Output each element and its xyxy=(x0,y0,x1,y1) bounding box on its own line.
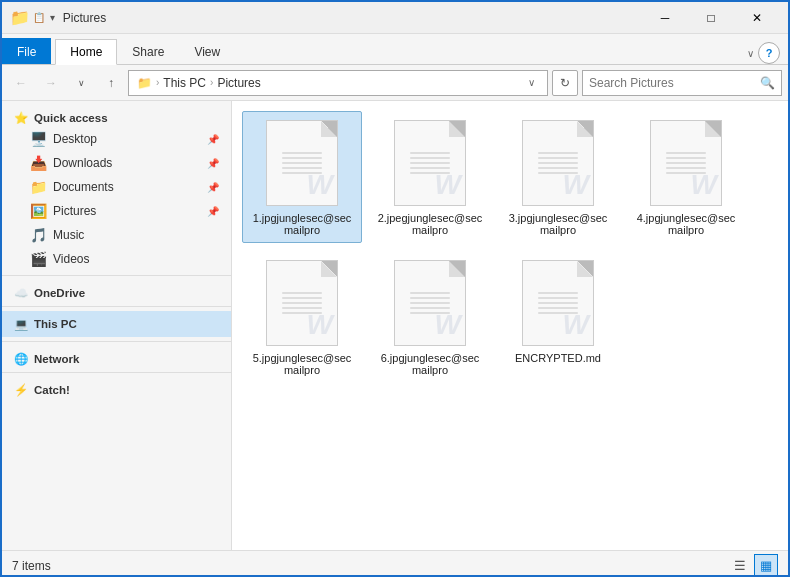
file-icon-wrapper: W xyxy=(390,118,470,208)
file-page: W xyxy=(266,260,338,346)
onedrive-icon: ☁️ xyxy=(14,286,28,300)
title-bar-controls: ─ □ ✕ xyxy=(642,2,780,34)
pin-icon-pictures: 📌 xyxy=(207,206,219,217)
quick-access-toolbar: 📋 ▾ xyxy=(33,12,55,23)
title-bar-title: Pictures xyxy=(63,11,642,25)
file-page-inner xyxy=(405,133,455,193)
file-page-inner xyxy=(405,273,455,333)
sidebar-item-videos[interactable]: 🎬 Videos xyxy=(2,247,231,271)
search-input[interactable] xyxy=(589,76,756,90)
file-item[interactable]: W 3.jpgjunglesec@secmailpro xyxy=(498,111,618,243)
ribbon: File Home Share View ∨ ? xyxy=(2,34,788,65)
file-item[interactable]: W 5.jpgjunglesec@secmailpro xyxy=(242,251,362,383)
file-page: W xyxy=(522,260,594,346)
file-page: W xyxy=(394,260,466,346)
file-page-inner xyxy=(533,133,583,193)
file-name: 1.jpgjunglesec@secmailpro xyxy=(249,212,355,236)
sidebar: ⭐ Quick access 🖥️ Desktop 📌 📥 Downloads … xyxy=(2,101,232,550)
pictures-icon: 🖼️ xyxy=(30,203,47,219)
sidebar-item-music[interactable]: 🎵 Music xyxy=(2,223,231,247)
file-item[interactable]: W ENCRYPTED.md xyxy=(498,251,618,383)
sidebar-divider-4 xyxy=(2,372,231,373)
file-page-fold xyxy=(449,121,465,137)
tab-view[interactable]: View xyxy=(179,38,235,64)
maximize-button[interactable]: □ xyxy=(688,2,734,34)
file-name: 4.jpgjunglesec@secmailpro xyxy=(633,212,739,236)
sidebar-item-documents[interactable]: 📁 Documents 📌 xyxy=(2,175,231,199)
search-icon[interactable]: 🔍 xyxy=(760,76,775,90)
path-pictures: Pictures xyxy=(217,76,260,90)
up-button[interactable]: ↑ xyxy=(98,70,124,96)
file-item[interactable]: W 1.jpgjunglesec@secmailpro xyxy=(242,111,362,243)
recent-locations-button[interactable]: ∨ xyxy=(68,70,94,96)
sidebar-item-pictures[interactable]: 🖼️ Pictures 📌 xyxy=(2,199,231,223)
desktop-icon: 🖥️ xyxy=(30,131,47,147)
sidebar-item-downloads[interactable]: 📥 Downloads 📌 xyxy=(2,151,231,175)
documents-icon: 📁 xyxy=(30,179,47,195)
path-dropdown-icon[interactable]: ∨ xyxy=(524,77,539,88)
sidebar-section-catch[interactable]: ⚡ Catch! xyxy=(2,377,231,399)
file-icon-wrapper: W xyxy=(518,258,598,348)
quick-access-icon: ⭐ xyxy=(14,111,28,125)
status-bar: 7 items ☰ ▦ xyxy=(2,550,788,577)
file-name: 2.jpegjunglesec@secmailpro xyxy=(377,212,483,236)
file-page-inner xyxy=(277,273,327,333)
file-icon-wrapper: W xyxy=(262,118,342,208)
file-item[interactable]: W 2.jpegjunglesec@secmailpro xyxy=(370,111,490,243)
title-bar: 📁 📋 ▾ Pictures ─ □ ✕ xyxy=(2,2,788,34)
file-area: W 1.jpgjunglesec@secmailpro W 2 xyxy=(232,101,788,550)
file-page-fold xyxy=(449,261,465,277)
view-icons: ☰ ▦ xyxy=(728,554,778,578)
file-name: ENCRYPTED.md xyxy=(515,352,601,364)
file-page-lines xyxy=(538,292,578,314)
file-page-lines xyxy=(410,152,450,174)
pin-icon-documents: 📌 xyxy=(207,182,219,193)
sidebar-section-quick-access[interactable]: ⭐ Quick access xyxy=(2,105,231,127)
file-icon-wrapper: W xyxy=(262,258,342,348)
item-count: 7 items xyxy=(12,559,51,573)
file-page-inner xyxy=(661,133,711,193)
address-path[interactable]: 📁 › This PC › Pictures ∨ xyxy=(128,70,548,96)
refresh-button[interactable]: ↻ xyxy=(552,70,578,96)
file-name: 6.jpgjunglesec@secmailpro xyxy=(377,352,483,376)
file-page-lines xyxy=(282,152,322,174)
file-page-lines xyxy=(282,292,322,314)
ribbon-tabs: File Home Share View ∨ ? xyxy=(2,34,788,64)
catch-icon: ⚡ xyxy=(14,383,28,397)
tab-share[interactable]: Share xyxy=(117,38,179,64)
file-item[interactable]: W 6.jpgjunglesec@secmailpro xyxy=(370,251,490,383)
sidebar-divider-3 xyxy=(2,341,231,342)
file-page-inner xyxy=(533,273,583,333)
file-page: W xyxy=(266,120,338,206)
file-page-fold xyxy=(321,121,337,137)
ribbon-collapse-icon[interactable]: ∨ xyxy=(747,48,754,59)
forward-button[interactable]: → xyxy=(38,70,64,96)
file-page: W xyxy=(522,120,594,206)
title-bar-icon: 📁 📋 ▾ xyxy=(10,8,55,27)
minimize-button[interactable]: ─ xyxy=(642,2,688,34)
network-icon: 🌐 xyxy=(14,352,28,366)
tab-home[interactable]: Home xyxy=(55,39,117,65)
file-icon-wrapper: W xyxy=(518,118,598,208)
pin-icon-downloads: 📌 xyxy=(207,158,219,169)
sidebar-item-desktop[interactable]: 🖥️ Desktop 📌 xyxy=(2,127,231,151)
path-folder-icon: 📁 xyxy=(137,76,152,90)
sidebar-divider-2 xyxy=(2,306,231,307)
help-button[interactable]: ? xyxy=(758,42,780,64)
tab-file[interactable]: File xyxy=(2,38,51,64)
view-grid-button[interactable]: ▦ xyxy=(754,554,778,578)
view-list-button[interactable]: ☰ xyxy=(728,554,752,578)
file-page-lines xyxy=(410,292,450,314)
file-page-fold xyxy=(321,261,337,277)
path-this-pc: This PC xyxy=(163,76,206,90)
back-button[interactable]: ← xyxy=(8,70,34,96)
music-icon: 🎵 xyxy=(30,227,47,243)
file-name: 3.jpgjunglesec@secmailpro xyxy=(505,212,611,236)
file-name: 5.jpgjunglesec@secmailpro xyxy=(249,352,355,376)
sidebar-section-onedrive[interactable]: ☁️ OneDrive xyxy=(2,280,231,302)
sidebar-section-this-pc[interactable]: 💻 This PC xyxy=(2,311,231,337)
sidebar-section-network[interactable]: 🌐 Network xyxy=(2,346,231,368)
search-box[interactable]: 🔍 xyxy=(582,70,782,96)
file-item[interactable]: W 4.jpgjunglesec@secmailpro xyxy=(626,111,746,243)
close-button[interactable]: ✕ xyxy=(734,2,780,34)
